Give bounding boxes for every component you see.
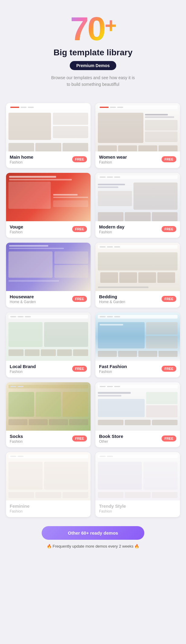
template-card-fast-fashion[interactable]: Fast Fashion Fashion FREE xyxy=(95,312,180,377)
template-card-main-home[interactable]: Main home Fashion FREE xyxy=(6,103,91,168)
template-category: Fashion xyxy=(10,230,23,234)
template-name: Main home xyxy=(10,154,33,160)
template-card-houseware[interactable]: Houseware Home & Garden FREE xyxy=(6,243,91,308)
template-category: Fashion xyxy=(99,230,124,234)
template-thumb-trendy-style xyxy=(95,452,180,500)
bottom-section: Other 60+ ready demos 🔥 Frequently updat… xyxy=(6,526,180,549)
template-name: Book Store xyxy=(99,434,123,439)
free-badge: FREE xyxy=(72,366,87,372)
template-name: Trendy Style xyxy=(99,503,126,509)
template-info-houseware: Houseware Home & Garden FREE xyxy=(6,291,91,308)
template-card-bedding[interactable]: Bedding Home & Garden FREE xyxy=(95,243,180,308)
template-info-socks: Socks Fashion FREE xyxy=(6,431,91,447)
free-badge: FREE xyxy=(72,435,87,442)
template-category: Fashion xyxy=(10,509,30,513)
templates-grid: Main home Fashion FREE xyxy=(6,103,180,517)
template-card-vouge[interactable]: Vouge Fashion FREE xyxy=(6,173,91,238)
template-category: Home & Garden xyxy=(10,300,36,304)
template-card-local-brand[interactable]: Local Brand Fashion FREE xyxy=(6,312,91,377)
hero-title: Big template library xyxy=(6,48,180,57)
template-thumb-book-store xyxy=(95,382,180,431)
free-badge: FREE xyxy=(162,226,176,232)
free-badge: FREE xyxy=(72,226,87,232)
template-thumb-feminine xyxy=(6,452,91,500)
template-card-trendy-style[interactable]: Trendy Style Fashion xyxy=(95,452,180,517)
template-category: Fashion xyxy=(99,160,127,164)
hero-description: Browse our templates and see how easy it… xyxy=(6,74,180,88)
template-category: Home & Garden xyxy=(99,300,125,304)
template-info-local-brand: Local Brand Fashion FREE xyxy=(6,361,91,377)
cta-button[interactable]: Other 60+ ready demos xyxy=(42,526,144,540)
template-info-book-store: Book Store Other FREE xyxy=(95,431,180,447)
template-thumb-socks xyxy=(6,382,91,431)
free-badge: FREE xyxy=(72,296,87,302)
template-info-trendy-style: Trendy Style Fashion xyxy=(95,500,180,517)
page-wrapper: 70+ Big template library Premium Demos B… xyxy=(0,0,186,561)
template-name: Women wear xyxy=(99,154,127,160)
template-card-modern-day[interactable]: Modern day Fashion FREE xyxy=(95,173,180,238)
template-category: Fashion xyxy=(99,509,126,513)
template-info-fast-fashion: Fast Fashion Fashion FREE xyxy=(95,361,180,377)
template-category: Fashion xyxy=(10,160,33,164)
template-category: Fashion xyxy=(10,370,36,374)
template-name: Fast Fashion xyxy=(99,364,127,369)
template-info-main-home: Main home Fashion FREE xyxy=(6,151,91,168)
template-name: Houseware xyxy=(10,294,36,299)
template-info-bedding: Bedding Home & Garden FREE xyxy=(95,291,180,308)
template-category: Fashion xyxy=(99,370,127,374)
hero-badge[interactable]: Premium Demos xyxy=(70,61,116,70)
template-name: Local Brand xyxy=(10,364,36,369)
template-thumb-local-brand xyxy=(6,312,91,361)
template-thumb-bedding xyxy=(95,243,180,291)
template-info-feminine: Feminine Fashion xyxy=(6,500,91,517)
template-info-vouge: Vouge Fashion FREE xyxy=(6,221,91,238)
free-badge: FREE xyxy=(162,296,176,302)
template-name: Modern day xyxy=(99,224,124,229)
hero-number: 70+ xyxy=(6,12,180,45)
template-card-socks[interactable]: Socks Fashion FREE xyxy=(6,382,91,447)
template-name: Vouge xyxy=(10,224,23,229)
template-thumb-vouge xyxy=(6,173,91,221)
free-badge: FREE xyxy=(162,366,176,372)
hero-section: 70+ Big template library Premium Demos B… xyxy=(6,9,180,97)
update-notice: 🔥 Frequently update more demos every 2 w… xyxy=(6,544,180,549)
template-card-book-store[interactable]: Book Store Other FREE xyxy=(95,382,180,447)
template-card-feminine[interactable]: Feminine Fashion xyxy=(6,452,91,517)
template-info-women-wear: Women wear Fashion FREE xyxy=(95,151,180,168)
template-category: Fashion xyxy=(10,439,23,444)
free-badge: FREE xyxy=(72,156,87,162)
template-thumb-fast-fashion xyxy=(95,312,180,361)
template-name: Socks xyxy=(10,434,23,439)
template-card-women-wear[interactable]: Women wear Fashion FREE xyxy=(95,103,180,168)
template-thumb-women-wear xyxy=(95,103,180,151)
free-badge: FREE xyxy=(162,435,176,442)
template-name: Feminine xyxy=(10,503,30,509)
free-badge: FREE xyxy=(162,156,176,162)
template-thumb-main-home xyxy=(6,103,91,151)
template-thumb-modern-day xyxy=(95,173,180,221)
template-category: Other xyxy=(99,439,123,444)
template-name: Bedding xyxy=(99,294,125,299)
template-info-modern-day: Modern day Fashion FREE xyxy=(95,221,180,238)
template-thumb-houseware xyxy=(6,243,91,291)
